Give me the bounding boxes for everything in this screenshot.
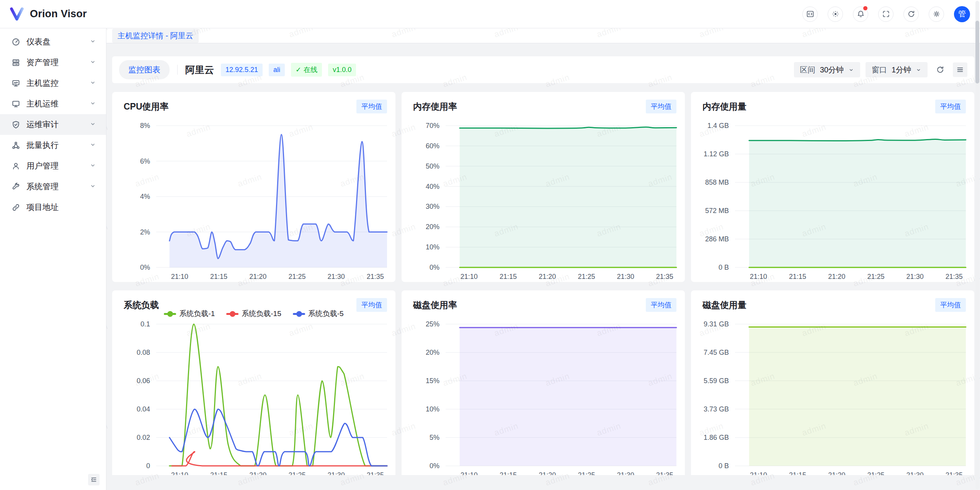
legend-item[interactable]: 系统负载-15	[226, 309, 281, 319]
sidebar-item-user-mgmt[interactable]: 用户管理	[0, 156, 106, 176]
legend-label: 系统负载-15	[242, 309, 281, 319]
host-status-label: 在线	[304, 65, 317, 74]
notifications-button[interactable]	[853, 7, 868, 22]
legend-item[interactable]: 系统负载-1	[164, 309, 215, 319]
interval-select[interactable]: 区间 30分钟	[794, 62, 860, 77]
chevron-down-icon	[916, 67, 921, 73]
monitor-chart-tab[interactable]: 监控图表	[119, 60, 170, 79]
window-select-value: 1分钟	[892, 65, 911, 75]
sidebar-item-dashboard[interactable]: 仪表盘	[0, 31, 106, 52]
bell-icon	[857, 10, 865, 18]
svg-text:21:10: 21:10	[461, 471, 478, 475]
breadcrumb-tab[interactable]: 主机监控详情 - 阿里云	[112, 29, 199, 43]
hamburger-menu-icon	[956, 66, 964, 74]
link-icon	[11, 203, 20, 212]
average-badge[interactable]: 平均值	[935, 298, 966, 312]
svg-text:0%: 0%	[430, 264, 439, 271]
panel-cpu-usage: CPU使用率 平均值 0%2%4%6%8%21:1021:1521:2021:2…	[112, 92, 395, 282]
user-avatar[interactable]: 管	[954, 6, 970, 22]
brand-logo[interactable]: Orion Visor	[0, 7, 87, 21]
scrollbar-thumb[interactable]	[975, 21, 979, 84]
refresh-icon	[907, 10, 915, 18]
sidebar-item-system-mgmt[interactable]: 系统管理	[0, 176, 106, 197]
monitor-icon	[11, 79, 20, 88]
svg-text:0.06: 0.06	[137, 377, 150, 385]
batch-icon	[11, 141, 20, 150]
panel-disk-usage-rate: 磁盘使用率 平均值 0%5%10%15%20%25%21:1021:1521:2…	[402, 290, 685, 475]
svg-text:21:25: 21:25	[578, 273, 595, 280]
svg-text:21:15: 21:15	[500, 471, 517, 475]
panel-title: CPU使用率	[124, 101, 169, 113]
panel-title: 内存使用率	[413, 101, 457, 113]
settings-button[interactable]	[929, 7, 944, 22]
average-badge[interactable]: 平均值	[935, 100, 966, 113]
svg-text:9.31 GB: 9.31 GB	[704, 320, 729, 328]
svg-text:3.73 GB: 3.73 GB	[704, 405, 729, 413]
svg-text:21:35: 21:35	[656, 471, 673, 475]
svg-text:21:15: 21:15	[210, 471, 227, 475]
sidebar-item-label: 主机监控	[26, 78, 90, 88]
chart-disk-usage-rate[interactable]: 0%5%10%15%20%25%21:1021:1521:2021:2521:3…	[402, 290, 685, 475]
chart-disk-usage-amount[interactable]: 0 B1.86 GB3.73 GB5.59 GB7.45 GB9.31 GB21…	[691, 290, 974, 475]
chevron-down-icon	[90, 38, 96, 46]
toolbar-divider	[177, 65, 178, 75]
svg-text:21:30: 21:30	[328, 273, 345, 280]
scrollbar-track	[975, 1, 979, 489]
brand-name: Orion Visor	[30, 8, 87, 20]
code-button[interactable]	[802, 7, 818, 22]
legend-marker-icon	[226, 311, 238, 317]
svg-text:858 MB: 858 MB	[705, 179, 729, 186]
svg-text:7.45 GB: 7.45 GB	[704, 349, 729, 356]
svg-text:21:30: 21:30	[617, 273, 634, 280]
svg-text:21:20: 21:20	[539, 273, 556, 280]
svg-text:0 B: 0 B	[719, 462, 729, 470]
sidebar-item-label: 仪表盘	[26, 36, 90, 47]
svg-text:20%: 20%	[426, 223, 439, 231]
svg-text:21:30: 21:30	[328, 471, 345, 475]
sidebar-item-host-monitor[interactable]: 主机监控	[0, 73, 106, 93]
window-select[interactable]: 窗口 1分钟	[866, 62, 928, 77]
svg-text:1.4 GB: 1.4 GB	[707, 122, 729, 129]
panel-system-load: 系统负载 平均值 系统负载-1系统负载-15系统负载-5 00.020.040.…	[112, 290, 395, 475]
panel-disk-usage-amount: 磁盘使用量 平均值 0 B1.86 GB3.73 GB5.59 GB7.45 G…	[691, 290, 974, 475]
average-badge[interactable]: 平均值	[646, 298, 676, 312]
menu-fold-icon	[90, 476, 97, 483]
chevron-down-icon	[90, 162, 96, 170]
average-badge[interactable]: 平均值	[356, 100, 387, 113]
svg-text:50%: 50%	[426, 162, 439, 170]
sidebar-item-label: 用户管理	[26, 161, 90, 171]
chart-cpu-usage[interactable]: 0%2%4%6%8%21:1021:1521:2021:2521:3021:35	[112, 92, 395, 282]
sidebar-item-label: 批量执行	[26, 140, 90, 151]
sidebar-item-batch-exec[interactable]: 批量执行	[0, 135, 106, 156]
legend-label: 系统负载-1	[179, 309, 215, 319]
svg-text:15%: 15%	[426, 377, 439, 385]
chevron-down-icon	[848, 67, 854, 73]
theme-toggle-button[interactable]	[828, 7, 843, 22]
host-name: 阿里云	[185, 64, 214, 76]
legend-item[interactable]: 系统负载-5	[293, 309, 344, 319]
svg-text:21:15: 21:15	[789, 273, 806, 280]
average-badge[interactable]: 平均值	[646, 100, 676, 113]
panel-head: 磁盘使用率 平均值	[413, 298, 676, 312]
svg-text:0%: 0%	[430, 462, 439, 470]
assets-icon	[11, 58, 20, 67]
chevron-down-icon	[90, 121, 96, 129]
sidebar-item-project-link[interactable]: 项目地址	[0, 197, 106, 218]
chart-settings-button[interactable]	[953, 62, 967, 77]
chart-memory-usage-amount[interactable]: 0 B286 MB572 MB858 MB1.12 GB1.4 GB21:102…	[691, 92, 974, 282]
svg-text:1.12 GB: 1.12 GB	[704, 150, 729, 158]
sidebar-collapse-button[interactable]	[88, 474, 100, 485]
refresh-page-button[interactable]	[903, 7, 919, 22]
fullscreen-button[interactable]	[878, 7, 893, 22]
panel-title: 内存使用量	[702, 101, 746, 113]
notification-badge-dot	[863, 6, 867, 10]
sidebar-item-label: 资产管理	[26, 57, 90, 68]
sidebar-item-ops-audit[interactable]: 运维审计	[0, 114, 106, 135]
audit-icon	[11, 120, 20, 129]
sidebar-item-assets[interactable]: 资产管理	[0, 52, 106, 73]
refresh-charts-button[interactable]	[933, 62, 947, 77]
sidebar-item-host-ops[interactable]: 主机运维	[0, 93, 106, 114]
svg-text:21:10: 21:10	[171, 273, 188, 280]
chart-memory-usage-rate[interactable]: 0%10%20%30%40%50%60%70%21:1021:1521:2021…	[402, 92, 685, 282]
svg-text:21:20: 21:20	[828, 471, 845, 475]
